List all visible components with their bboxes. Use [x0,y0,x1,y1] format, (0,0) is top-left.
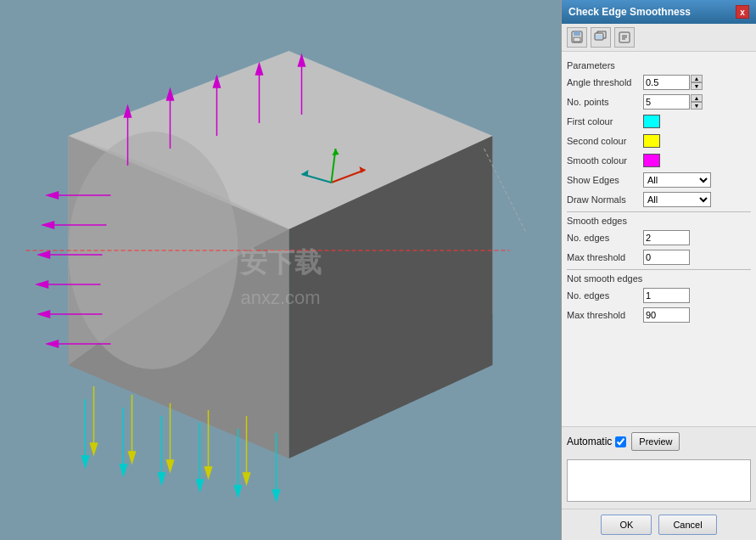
automatic-row: Automatic [567,436,626,447]
divider-1 [567,211,751,212]
angle-threshold-down[interactable]: ▼ [691,82,703,90]
angle-threshold-spinner: ▲ ▼ [643,75,703,90]
ok-button[interactable]: OK [601,515,652,535]
svg-rect-60 [574,31,580,36]
viewport: 安下载 anxz.com [0,0,561,540]
first-colour-swatch[interactable] [643,115,660,128]
no-points-up[interactable]: ▲ [691,94,703,102]
no-points-down[interactable]: ▼ [691,102,703,110]
dialog-toolbar [562,24,756,52]
se-max-threshold-row: Max threshold [567,249,751,266]
close-button[interactable]: x [736,5,749,19]
cancel-button[interactable]: Cancel [658,515,716,535]
smooth-colour-row: Smooth colour [567,152,751,169]
nse-no-edges-row: No. edges [567,287,751,304]
se-no-edges-label: No. edges [567,233,643,243]
automatic-checkbox[interactable] [615,436,626,447]
export-icon [618,31,631,44]
no-points-label: No. points [567,97,643,107]
no-points-input[interactable] [643,94,690,110]
first-colour-label: First colour [567,116,643,127]
automatic-label: Automatic [567,436,612,447]
nse-no-edges-input[interactable] [643,288,690,303]
toolbar-btn-3[interactable] [614,27,635,48]
second-colour-row: Second colour [567,132,751,149]
se-no-edges-input[interactable] [643,230,690,245]
toolbar-btn-1[interactable] [567,27,587,48]
nse-max-threshold-label: Max threshold [567,310,643,320]
svg-text:安下载: 安下载 [238,247,322,278]
svg-rect-63 [596,35,602,39]
first-colour-row: First colour [567,113,751,130]
angle-threshold-row: Angle threshold ▲ ▼ [567,74,751,91]
smooth-colour-swatch[interactable] [643,154,660,167]
parameters-section-label: Parameters [567,60,751,70]
nse-max-threshold-row: Max threshold [567,307,751,323]
smooth-colour-label: Smooth colour [567,155,643,166]
se-max-threshold-label: Max threshold [567,252,643,262]
dialog-title: Check Edge Smoothness [568,6,691,18]
smooth-edges-label: Smooth edges [567,216,751,226]
divider-2 [567,269,751,270]
angle-threshold-label: Angle threshold [567,77,643,87]
draw-normals-row: Draw Normals All Smooth Not Smooth [567,191,751,208]
toolbar-btn-2[interactable] [591,27,611,48]
dialog-content: Parameters Angle threshold ▲ ▼ No. point… [562,52,756,426]
no-points-spinner: ▲ ▼ [643,94,703,110]
open-icon [594,31,608,44]
save-icon [570,31,584,44]
nse-no-edges-label: No. edges [567,290,643,301]
dialog-titlebar: Check Edge Smoothness x [562,0,756,24]
se-no-edges-row: No. edges [567,229,751,246]
nse-max-threshold-input[interactable] [643,307,690,323]
preview-button[interactable]: Preview [631,432,680,451]
second-colour-swatch[interactable] [643,134,660,148]
angle-threshold-input[interactable] [643,75,690,90]
dialog-footer: Automatic Preview [562,426,756,456]
show-edges-label: Show Edges [567,175,643,185]
draw-normals-label: Draw Normals [567,194,643,205]
angle-threshold-spin-buttons: ▲ ▼ [691,75,703,90]
no-points-spin-buttons: ▲ ▼ [691,94,703,110]
se-max-threshold-input[interactable] [643,250,690,265]
angle-threshold-up[interactable]: ▲ [691,75,703,82]
dialog-panel: Check Edge Smoothness x [561,0,756,540]
output-area [567,459,751,502]
not-smooth-edges-label: Not smooth edges [567,273,751,284]
draw-normals-select[interactable]: All Smooth Not Smooth [643,192,711,207]
second-colour-label: Second colour [567,136,643,146]
dialog-bottom-buttons: OK Cancel [562,509,756,540]
show-edges-select[interactable]: All Smooth Not Smooth [643,172,711,188]
show-edges-row: Show Edges All Smooth Not Smooth [567,172,751,188]
svg-text:anxz.com: anxz.com [240,287,320,308]
svg-rect-61 [574,37,580,42]
no-points-row: No. points ▲ ▼ [567,93,751,110]
